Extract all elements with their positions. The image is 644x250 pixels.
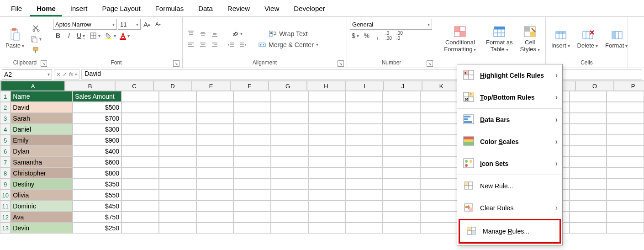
cell[interactable] xyxy=(420,179,458,190)
tab-home[interactable]: Home xyxy=(30,2,62,16)
cell[interactable] xyxy=(233,124,271,135)
cell[interactable] xyxy=(121,146,159,157)
cell[interactable] xyxy=(383,212,420,223)
cell[interactable] xyxy=(308,190,346,201)
row-header[interactable]: 4 xyxy=(0,124,11,135)
format-cells-button[interactable]: Format xyxy=(602,28,630,50)
cell-amount[interactable]: $350 xyxy=(73,179,121,190)
cell[interactable] xyxy=(308,146,346,157)
cell-name[interactable]: David xyxy=(11,102,73,113)
enter-formula-button[interactable]: ✓ xyxy=(63,71,67,78)
cell[interactable] xyxy=(570,146,607,157)
cell-amount[interactable]: $500 xyxy=(73,102,121,113)
cell[interactable] xyxy=(345,223,383,234)
row-header[interactable]: 5 xyxy=(0,135,11,146)
cf-icon-sets[interactable]: Icon Sets xyxy=(457,153,562,175)
cell[interactable] xyxy=(570,102,607,113)
font-name-combo[interactable]: Aptos Narrow▾ xyxy=(53,19,117,30)
cell[interactable] xyxy=(570,91,607,102)
cf-data-bars[interactable]: Data Bars xyxy=(457,109,562,131)
cell[interactable] xyxy=(121,102,159,113)
cell[interactable] xyxy=(420,113,458,124)
cell[interactable] xyxy=(420,124,458,135)
cell[interactable] xyxy=(570,135,607,146)
cell[interactable] xyxy=(233,223,271,234)
cell[interactable] xyxy=(308,223,346,234)
cell-amount[interactable]: $550 xyxy=(73,190,121,201)
cell[interactable] xyxy=(196,102,234,113)
cell[interactable] xyxy=(159,113,196,124)
align-left-button[interactable] xyxy=(185,40,196,50)
cell[interactable] xyxy=(607,91,644,102)
cell[interactable] xyxy=(383,124,420,135)
cell-amount[interactable]: $250 xyxy=(73,223,121,234)
cell[interactable] xyxy=(570,168,607,179)
cell[interactable] xyxy=(345,212,383,223)
column-header-I[interactable]: I xyxy=(345,81,384,91)
cell[interactable] xyxy=(383,157,420,168)
cell-amount[interactable]: $600 xyxy=(73,157,121,168)
row-header[interactable]: 11 xyxy=(0,201,11,212)
row-header[interactable]: 10 xyxy=(0,190,11,201)
cell[interactable] xyxy=(308,168,346,179)
cell[interactable] xyxy=(233,135,271,146)
cell[interactable] xyxy=(159,190,196,201)
tab-page-layout[interactable]: Page Layout xyxy=(95,2,147,16)
cell[interactable] xyxy=(345,113,383,124)
column-header-H[interactable]: H xyxy=(307,81,345,91)
cell[interactable] xyxy=(383,179,420,190)
font-size-combo[interactable]: 11▾ xyxy=(118,19,141,30)
cell[interactable] xyxy=(271,223,308,234)
cf-new-rule[interactable]: New Rule... xyxy=(457,175,562,197)
cell[interactable] xyxy=(159,146,196,157)
header-name[interactable]: Name xyxy=(11,91,73,102)
cell[interactable] xyxy=(196,113,234,124)
column-header-F[interactable]: F xyxy=(230,81,269,91)
cell[interactable] xyxy=(383,113,420,124)
underline-button[interactable]: U xyxy=(75,31,87,41)
cell[interactable] xyxy=(383,135,420,146)
cell[interactable] xyxy=(159,212,196,223)
cell[interactable] xyxy=(345,157,383,168)
cell[interactable] xyxy=(607,135,644,146)
italic-button[interactable]: I xyxy=(64,31,74,41)
align-bottom-button[interactable] xyxy=(209,29,220,39)
cell[interactable] xyxy=(121,168,159,179)
cell[interactable] xyxy=(159,179,196,190)
row-header[interactable]: 2 xyxy=(0,102,11,113)
cell[interactable] xyxy=(196,223,234,234)
column-header-C[interactable]: C xyxy=(115,81,153,91)
increase-indent-button[interactable] xyxy=(238,40,248,50)
cell[interactable] xyxy=(196,157,234,168)
cell[interactable] xyxy=(233,102,271,113)
number-format-combo[interactable]: General▾ xyxy=(350,19,432,30)
cell[interactable] xyxy=(308,102,346,113)
row-header[interactable]: 9 xyxy=(0,179,11,190)
cell[interactable] xyxy=(570,190,607,201)
row-header[interactable]: 1 xyxy=(0,91,11,102)
wrap-text-button[interactable]: abWrap Text xyxy=(256,29,321,39)
cell[interactable] xyxy=(308,179,346,190)
alignment-dialog-launcher[interactable]: ↘ xyxy=(338,60,344,67)
cell[interactable] xyxy=(607,102,644,113)
cell[interactable] xyxy=(196,179,234,190)
cell[interactable] xyxy=(233,179,271,190)
cell-amount[interactable]: $700 xyxy=(73,113,121,124)
cell[interactable] xyxy=(196,168,234,179)
font-dialog-launcher[interactable]: ↘ xyxy=(173,60,179,67)
cell[interactable] xyxy=(271,113,308,124)
name-box[interactable]: A2▾ xyxy=(2,69,52,80)
cell-name[interactable]: Dominic xyxy=(11,201,73,212)
cell[interactable] xyxy=(607,168,644,179)
cell[interactable] xyxy=(271,179,308,190)
copy-button[interactable] xyxy=(29,34,43,44)
cell[interactable] xyxy=(233,201,271,212)
cell[interactable] xyxy=(121,157,159,168)
cell[interactable] xyxy=(121,113,159,124)
cell[interactable] xyxy=(121,201,159,212)
column-header-J[interactable]: J xyxy=(384,81,422,91)
cell[interactable] xyxy=(383,102,420,113)
cell[interactable] xyxy=(420,146,458,157)
cell-amount[interactable]: $900 xyxy=(73,135,121,146)
cell-name[interactable]: Ava xyxy=(11,212,73,223)
